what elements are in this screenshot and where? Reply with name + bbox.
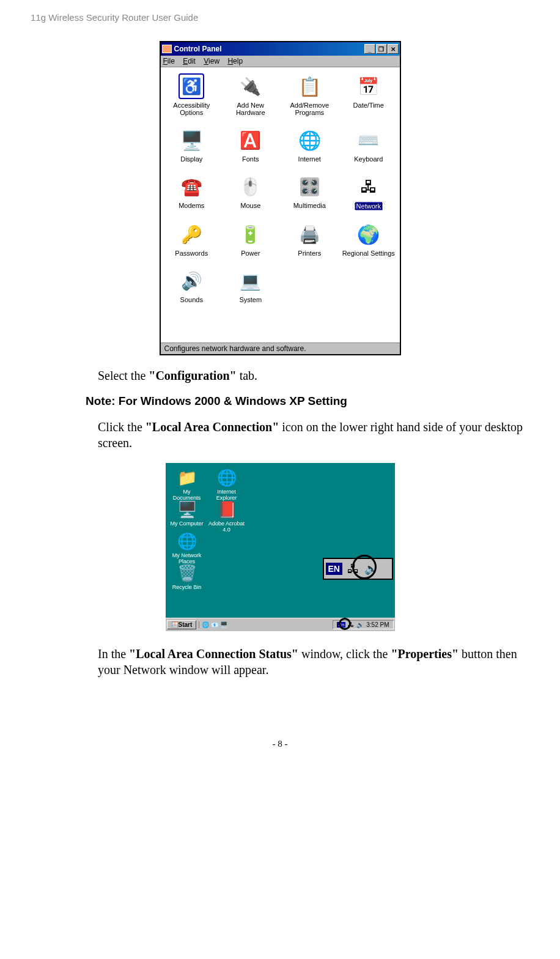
desktop-icon-recycle-bin[interactable]: 🗑️Recycle Bin <box>169 563 205 590</box>
cp-item-label: Internet <box>282 155 338 163</box>
cp-item-label: Fonts <box>223 155 279 163</box>
cp-item-label: Mouse <box>223 202 279 209</box>
desktop-icon-my-documents[interactable]: 📁My Documents <box>169 468 205 501</box>
cp-item-add-new-hardware[interactable]: Add New Hardware <box>223 73 279 116</box>
circle-annotation-taskbar <box>339 618 351 630</box>
cp-item-passwords[interactable]: Passwords <box>164 221 220 257</box>
cp-item-mouse[interactable]: Mouse <box>223 174 279 210</box>
cp-item-date-time[interactable]: Date/Time <box>341 73 397 116</box>
cp-item-add-remove-programs[interactable]: Add/Remove Programs <box>282 73 338 116</box>
cp-item-label: Power <box>223 250 279 257</box>
cp-item-fonts[interactable]: Fonts <box>223 127 279 163</box>
desktop-screenshot: 🪟 Start 🌐 📧 🖥️ En 🖧 🔊 3:52 PM EN 🖧 🔉 📁My… <box>166 463 395 631</box>
icon-hardware <box>238 73 263 99</box>
icon-regional <box>356 221 381 247</box>
cp-item-label: Regional Settings <box>341 250 397 257</box>
desktop-icon-image: 🖥️ <box>177 500 197 519</box>
maximize-button[interactable]: ❐ <box>376 44 387 54</box>
menu-bar: File Edit View Help <box>161 56 400 67</box>
cp-item-label: Keyboard <box>341 155 397 163</box>
taskbar: 🪟 Start 🌐 📧 🖥️ En 🖧 🔊 3:52 PM <box>166 618 395 631</box>
icon-passwords <box>179 221 204 247</box>
control-panel-window: Control Panel _ ❐ ✕ File Edit View Help … <box>160 41 401 355</box>
icon-modems <box>179 174 204 199</box>
icon-power <box>238 221 263 247</box>
desktop-icon-image: 📁 <box>177 468 197 487</box>
cp-item-network[interactable]: Network <box>341 174 397 210</box>
cp-item-label: Date/Time <box>341 102 397 109</box>
cp-item-system[interactable]: System <box>223 268 279 303</box>
cp-item-label: Passwords <box>164 250 220 257</box>
cp-item-label: Accessibility Options <box>164 102 220 116</box>
desktop-icon-my-computer[interactable]: 🖥️My Computer <box>169 500 205 527</box>
desktop-icon-internet-explorer[interactable]: 🌐Internet Explorer <box>208 468 245 501</box>
cp-item-label: Multimedia <box>282 202 338 209</box>
start-button[interactable]: 🪟 Start <box>167 620 197 629</box>
icon-mouse <box>238 174 263 199</box>
icon-network <box>356 174 381 199</box>
note-heading: Note: For Windows 2000 & Windows XP Sett… <box>86 394 529 408</box>
icon-printers <box>297 221 322 247</box>
desktop-icon-label: Internet Explorer <box>208 489 245 501</box>
menu-file[interactable]: File <box>163 57 175 65</box>
cp-item-multimedia[interactable]: Multimedia <box>282 174 338 210</box>
menu-help[interactable]: Help <box>227 57 243 65</box>
cp-item-label: Add/Remove Programs <box>282 102 338 116</box>
icon-multimedia <box>297 174 322 199</box>
desktop-icon-image: 📕 <box>217 500 237 519</box>
instruction-1: Select the "Configuration" tab. <box>98 368 529 383</box>
menu-edit[interactable]: Edit <box>183 57 196 65</box>
desktop-icon-my-network-places[interactable]: 🌐My Network Places <box>169 531 205 565</box>
cp-item-accessibility-options[interactable]: Accessibility Options <box>164 73 220 116</box>
cp-item-label: Network <box>355 202 383 210</box>
instruction-2: Click the "Local Area Connection" icon o… <box>98 419 529 451</box>
page-number: - 8 - <box>31 739 529 749</box>
instruction-3: In the "Local Area Connection Status" wi… <box>98 646 529 678</box>
icon-internet <box>297 127 322 153</box>
control-panel-body: Accessibility OptionsAdd New HardwareAdd… <box>161 67 400 342</box>
icon-fonts <box>238 127 263 153</box>
desktop-icon-label: My Computer <box>169 520 205 527</box>
desktop-icon-image: 🌐 <box>217 468 237 487</box>
desktop-icon-label: Adobe Acrobat 4.0 <box>208 520 245 533</box>
cp-item-internet[interactable]: Internet <box>282 127 338 163</box>
icon-datetime <box>356 73 381 99</box>
cp-item-label: Printers <box>282 250 338 257</box>
title-bar: Control Panel _ ❐ ✕ <box>161 42 400 56</box>
cp-item-label: System <box>223 296 279 303</box>
menu-view[interactable]: View <box>204 57 219 65</box>
status-bar: Configures network hardware and software… <box>161 342 400 354</box>
cp-item-display[interactable]: Display <box>164 127 220 163</box>
close-button[interactable]: ✕ <box>388 44 399 54</box>
tray-volume-icon[interactable]: 🔊 <box>356 621 364 628</box>
desktop-icon-label: My Documents <box>169 489 205 501</box>
minimize-button[interactable]: _ <box>364 44 375 54</box>
desktop-icon-adobe-acrobat-4-0[interactable]: 📕Adobe Acrobat 4.0 <box>208 500 245 533</box>
cp-item-modems[interactable]: Modems <box>164 174 220 210</box>
icon-sounds <box>179 268 204 294</box>
cp-item-keyboard[interactable]: Keyboard <box>341 127 397 163</box>
quicklaunch[interactable]: 🌐 📧 🖥️ <box>199 621 230 628</box>
cp-item-sounds[interactable]: Sounds <box>164 268 220 303</box>
icon-keyboard <box>356 127 381 153</box>
icon-programs <box>297 73 322 99</box>
control-panel-icon <box>162 45 172 53</box>
desktop-icon-label: My Network Places <box>169 552 205 565</box>
desktop-icon-label: Recycle Bin <box>169 584 205 590</box>
tray-time: 3:52 PM <box>366 621 389 628</box>
icon-accessibility <box>179 73 204 99</box>
cp-item-power[interactable]: Power <box>223 221 279 257</box>
cp-item-label: Add New Hardware <box>223 102 279 116</box>
cp-item-label: Modems <box>164 202 220 209</box>
desktop-figure: 🪟 Start 🌐 📧 🖥️ En 🖧 🔊 3:52 PM EN 🖧 🔉 📁My… <box>31 463 529 634</box>
control-panel-figure: Control Panel _ ❐ ✕ File Edit View Help … <box>31 41 529 355</box>
inset-lang-indicator: EN <box>326 563 342 575</box>
window-title: Control Panel <box>174 45 222 53</box>
page-header: 11g Wireless Security Router User Guide <box>31 12 529 23</box>
circle-annotation-inset <box>352 555 377 579</box>
cp-item-printers[interactable]: Printers <box>282 221 338 257</box>
desktop-icon-image: 🗑️ <box>177 563 197 583</box>
cp-item-regional-settings[interactable]: Regional Settings <box>341 221 397 257</box>
icon-display <box>179 127 204 153</box>
desktop-icon-image: 🌐 <box>177 531 197 551</box>
